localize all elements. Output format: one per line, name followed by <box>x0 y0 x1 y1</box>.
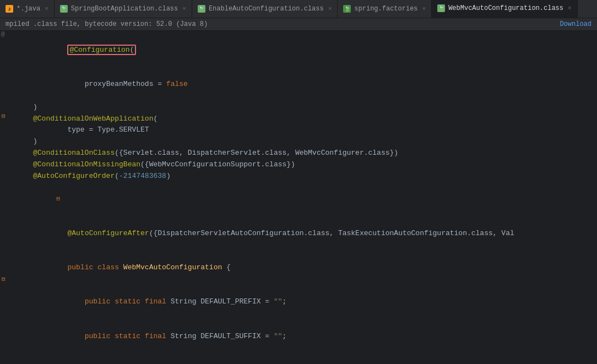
tab-webmvc[interactable]: 🍃 WebMvcAutoConfiguration.class × <box>432 0 577 18</box>
tab-java-close[interactable]: × <box>45 6 48 12</box>
code-editor[interactable]: @Configuration( proxyBeanMethods = false… <box>12 31 597 361</box>
fold-indicator-class[interactable]: ⊟ <box>2 112 6 119</box>
info-text: mpiled .class file, bytecode version: 52… <box>6 20 208 28</box>
code-line-12: public static final String DEFAULT_PREFI… <box>12 285 597 319</box>
tab-factories-close[interactable]: × <box>422 6 426 12</box>
gutter-at: @ <box>1 31 5 37</box>
code-line-7: @ConditionalOnClass({Servlet.class, Disp… <box>12 148 597 159</box>
fold-indicator-constructor[interactable]: ⊟ <box>2 275 6 282</box>
info-bar: mpiled .class file, bytecode version: 52… <box>0 18 597 31</box>
webmvc-icon: 🍃 <box>437 4 445 12</box>
code-line-2: proxyBeanMethods = false <box>12 67 597 101</box>
springboot-icon: 🍃 <box>60 5 68 13</box>
tab-java-label: *.java <box>17 5 40 13</box>
code-line-14: public static final PathPatternParser pa… <box>12 354 597 361</box>
tab-webmvc-close[interactable]: × <box>568 5 572 12</box>
code-line-10: ⊟ @AutoConfigureAfter({DispatcherServlet… <box>12 182 597 251</box>
tab-factories-label: spring.factories <box>354 5 417 13</box>
download-link[interactable]: Download <box>560 20 591 28</box>
tab-bar: J *.java × 🍃 SpringBootApplication.class… <box>0 0 597 18</box>
code-line-5: type = Type.SERVLET <box>12 124 597 136</box>
tab-springboot[interactable]: 🍃 SpringBootApplication.class × <box>55 0 192 18</box>
java-icon: J <box>6 5 13 13</box>
code-line-1: @Configuration( <box>12 33 597 67</box>
code-area: ⊟ ⊟ @ @Configuration( proxyBeanMethods =… <box>0 31 597 361</box>
tab-springboot-close[interactable]: × <box>182 6 186 12</box>
left-gutter: ⊟ ⊟ @ <box>0 31 12 361</box>
code-line-4: @ConditionalOnWebApplication( <box>12 113 597 125</box>
code-line-3: ) <box>12 102 597 113</box>
code-line-8: @ConditionalOnMissingBean({WebMvcConfigu… <box>12 159 597 171</box>
tab-springboot-label: SpringBootApplication.class <box>71 5 178 13</box>
code-line-6: ) <box>12 136 597 148</box>
tab-enableauto[interactable]: 🍃 EnableAutoConfiguration.class × <box>192 0 338 18</box>
code-line-11: public class WebMvcAutoConfiguration { <box>12 251 597 285</box>
highlight-configuration: @Configuration( <box>67 45 136 55</box>
code-line-13: public static final String DEFAULT_SUFFI… <box>12 319 597 354</box>
tab-enableauto-label: EnableAutoConfiguration.class <box>209 5 324 13</box>
enableauto-icon: 🍃 <box>198 5 205 13</box>
tab-java[interactable]: J *.java × <box>0 0 55 18</box>
tab-factories[interactable]: 🍃 spring.factories × <box>338 0 432 18</box>
tab-enableauto-close[interactable]: × <box>328 6 332 12</box>
factories-icon: 🍃 <box>343 5 351 13</box>
code-line-9: @AutoConfigureOrder(-2147483638) <box>12 171 597 182</box>
tab-webmvc-label: WebMvcAutoConfiguration.class <box>448 4 563 12</box>
